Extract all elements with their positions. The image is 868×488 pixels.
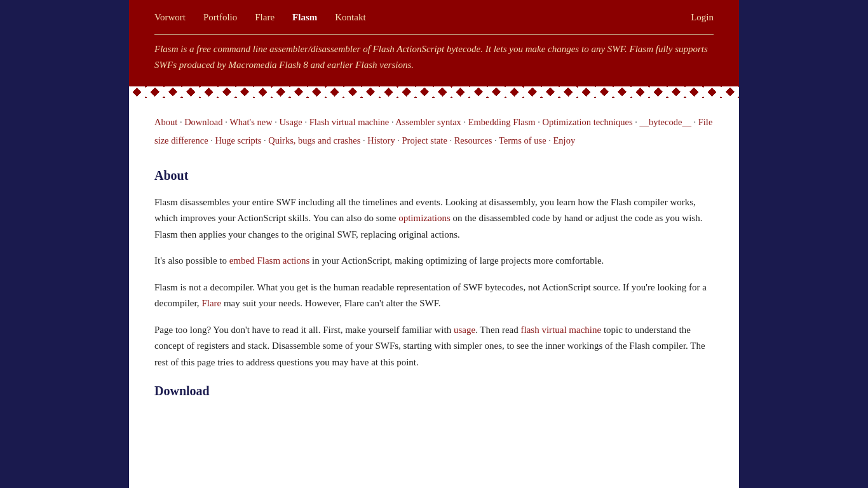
embed-flasm-link[interactable]: embed Flasm actions	[229, 255, 310, 266]
tagline: Flasm is a free command line assembler/d…	[129, 35, 739, 86]
breadcrumb-resources[interactable]: Resources	[454, 135, 492, 146]
optimizations-link[interactable]: optimizations	[398, 213, 451, 223]
login-link[interactable]: Login	[691, 12, 714, 22]
breadcrumb-hugescripts[interactable]: Huge scripts	[215, 135, 262, 146]
about-title: About	[154, 165, 714, 186]
breadcrumb-usage[interactable]: Usage	[280, 117, 302, 127]
breadcrumb-whatsnew[interactable]: What's new	[229, 117, 272, 127]
page-wrapper: Vorwort Portfolio Flare Flasm Kontakt Lo…	[129, 0, 739, 488]
main-nav: Vorwort Portfolio Flare Flasm Kontakt Lo…	[129, 0, 739, 34]
breadcrumb: About · Download · What's new · Usage · …	[154, 113, 714, 150]
header: Vorwort Portfolio Flare Flasm Kontakt Lo…	[129, 0, 739, 98]
nav-kontakt[interactable]: Kontakt	[335, 10, 365, 25]
about-para3: Flasm is not a decompiler. What you get …	[154, 280, 714, 312]
breadcrumb-optimization[interactable]: Optimization techniques	[543, 117, 633, 127]
nav-portfolio[interactable]: Portfolio	[203, 10, 237, 25]
about-para4: Page too long? You don't have to read it…	[154, 322, 714, 371]
breadcrumb-assembler[interactable]: Assembler syntax	[395, 117, 461, 127]
breadcrumb-embedding[interactable]: Embedding Flasm	[468, 117, 536, 127]
nav-right: Login	[691, 9, 714, 25]
zigzag-divider	[129, 86, 739, 98]
flare-link[interactable]: Flare	[201, 298, 221, 308]
breadcrumb-terms[interactable]: Terms of use	[499, 135, 546, 146]
nav-flasm[interactable]: Flasm	[292, 10, 317, 25]
breadcrumb-flashvm[interactable]: Flash virtual machine	[309, 117, 390, 127]
breadcrumb-quirks[interactable]: Quirks, bugs and crashes	[268, 135, 360, 146]
nav-links: Vorwort Portfolio Flare Flasm Kontakt	[154, 10, 366, 25]
breadcrumb-enjoy[interactable]: Enjoy	[553, 135, 576, 146]
breadcrumb-history[interactable]: History	[367, 135, 395, 146]
breadcrumb-about[interactable]: About	[154, 117, 177, 127]
about-para2: It's also possible to embed Flasm action…	[154, 253, 714, 269]
flash-vm-link[interactable]: flash virtual machine	[521, 325, 602, 335]
nav-flare[interactable]: Flare	[255, 10, 275, 25]
main-content: About · Download · What's new · Usage · …	[129, 98, 739, 436]
breadcrumb-project[interactable]: Project state	[402, 135, 447, 146]
breadcrumb-download[interactable]: Download	[184, 117, 222, 127]
usage-link[interactable]: usage	[454, 325, 475, 335]
about-para1: Flasm disassembles your entire SWF inclu…	[154, 194, 714, 243]
breadcrumb-bytecode[interactable]: __bytecode__	[640, 117, 691, 127]
nav-vorwort[interactable]: Vorwort	[154, 10, 186, 25]
download-title: Download	[154, 381, 714, 401]
